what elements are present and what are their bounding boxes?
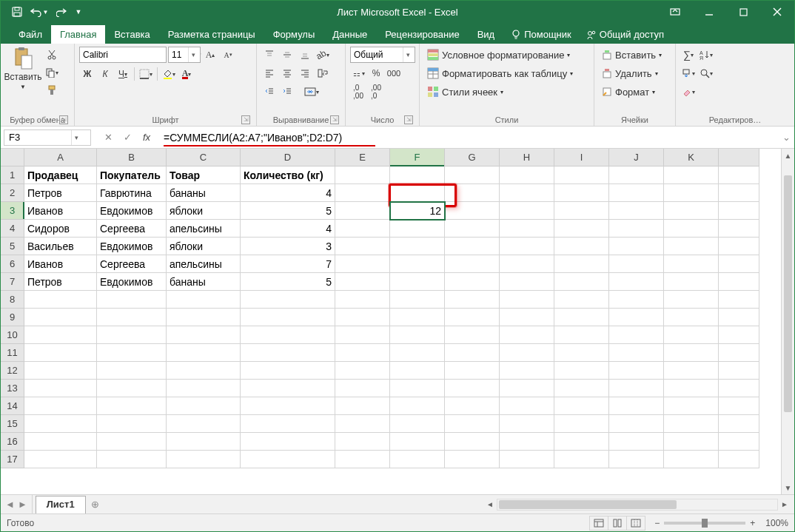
cell[interactable] xyxy=(609,291,664,309)
cell[interactable]: бананы xyxy=(167,184,241,202)
cell[interactable] xyxy=(554,397,609,415)
italic-button[interactable]: К xyxy=(97,66,113,82)
cell[interactable] xyxy=(241,380,335,397)
cell[interactable] xyxy=(24,344,97,362)
cell[interactable] xyxy=(719,238,759,255)
cell[interactable] xyxy=(390,166,445,184)
cell[interactable] xyxy=(97,291,167,309)
cell[interactable]: апельсины xyxy=(167,220,241,238)
cell[interactable] xyxy=(719,415,759,433)
cell[interactable] xyxy=(719,344,759,362)
cell[interactable] xyxy=(390,433,445,451)
cell[interactable] xyxy=(445,380,500,397)
font-name-combo[interactable]: ▾ xyxy=(79,47,167,63)
font-color-button[interactable]: A▾ xyxy=(178,66,195,82)
vertical-scrollbar[interactable]: ▲ ▼ xyxy=(781,149,794,494)
wrap-text-button[interactable] xyxy=(315,65,331,81)
align-right-button[interactable] xyxy=(297,65,313,81)
cell[interactable] xyxy=(335,380,390,397)
cell[interactable] xyxy=(167,397,241,415)
number-format-input[interactable] xyxy=(351,50,403,60)
cell[interactable] xyxy=(241,415,335,433)
name-box-input[interactable] xyxy=(4,132,71,143)
row-header[interactable]: 16 xyxy=(1,433,24,451)
fill-button[interactable]: ▾ xyxy=(680,65,697,81)
cell[interactable] xyxy=(719,220,759,238)
cell[interactable]: бананы xyxy=(167,273,241,291)
formula-input[interactable] xyxy=(161,132,775,144)
cell[interactable] xyxy=(500,433,554,451)
cell[interactable] xyxy=(24,451,97,468)
cell[interactable] xyxy=(664,238,719,255)
cell[interactable] xyxy=(335,291,390,309)
number-dialog-launcher[interactable]: ⇲ xyxy=(404,115,413,124)
cell[interactable] xyxy=(445,255,500,273)
cell[interactable] xyxy=(335,309,390,326)
cell[interactable] xyxy=(335,184,390,202)
orientation-button[interactable]: ab▾ xyxy=(315,47,331,63)
fill-color-button[interactable]: ▾ xyxy=(161,66,177,82)
cell[interactable] xyxy=(24,433,97,451)
cell[interactable]: Васильев xyxy=(24,238,97,255)
cell[interactable] xyxy=(609,344,664,362)
cell[interactable] xyxy=(97,326,167,344)
cell[interactable] xyxy=(445,309,500,326)
cell[interactable] xyxy=(97,397,167,415)
cell[interactable] xyxy=(335,397,390,415)
format-cells-button[interactable]: Формат▾ xyxy=(599,84,665,100)
cell[interactable] xyxy=(24,362,97,380)
cell[interactable] xyxy=(609,326,664,344)
cell[interactable] xyxy=(97,380,167,397)
cell[interactable] xyxy=(241,309,335,326)
cell[interactable]: Продавец xyxy=(24,166,97,184)
underline-button[interactable]: Ч▾ xyxy=(115,66,131,82)
cut-button[interactable] xyxy=(44,47,60,63)
cell[interactable]: Петров xyxy=(24,184,97,202)
row-header[interactable]: 13 xyxy=(1,380,24,397)
cell[interactable] xyxy=(335,202,390,220)
redo-button[interactable] xyxy=(51,1,72,22)
column-header[interactable]: E xyxy=(335,149,390,166)
vertical-scroll-thumb[interactable] xyxy=(784,175,792,412)
cell[interactable] xyxy=(500,255,554,273)
insert-cells-button[interactable]: Вставить▾ xyxy=(599,47,665,63)
enter-formula-button[interactable]: ✓ xyxy=(118,129,137,146)
cell[interactable] xyxy=(664,344,719,362)
cell[interactable] xyxy=(554,380,609,397)
cell[interactable] xyxy=(390,451,445,468)
paste-button[interactable]: Вставить ▼ xyxy=(5,47,41,90)
cell[interactable] xyxy=(241,451,335,468)
column-header[interactable]: A xyxy=(24,149,97,166)
cell[interactable] xyxy=(390,273,445,291)
row-header[interactable]: 1 xyxy=(1,166,24,184)
cell[interactable] xyxy=(609,166,664,184)
tab-data[interactable]: Данные xyxy=(323,25,376,44)
cell[interactable] xyxy=(500,309,554,326)
minimize-button[interactable] xyxy=(692,1,726,23)
alignment-dialog-launcher[interactable]: ⇲ xyxy=(330,115,339,124)
cell[interactable]: 12 xyxy=(390,202,445,220)
column-header[interactable]: H xyxy=(500,149,554,166)
horizontal-scrollbar[interactable]: ◄ ► xyxy=(105,495,794,514)
cell[interactable]: яблоки xyxy=(167,202,241,220)
cell[interactable] xyxy=(664,291,719,309)
column-header[interactable] xyxy=(719,149,759,166)
cell[interactable] xyxy=(500,273,554,291)
cell[interactable] xyxy=(445,220,500,238)
tab-page-layout[interactable]: Разметка страницы xyxy=(159,25,264,44)
cell[interactable] xyxy=(335,220,390,238)
cell[interactable] xyxy=(500,380,554,397)
cell[interactable] xyxy=(719,397,759,415)
name-box[interactable]: ▾ xyxy=(4,129,91,146)
cell[interactable] xyxy=(554,273,609,291)
cell[interactable]: Товар xyxy=(167,166,241,184)
cell[interactable] xyxy=(664,202,719,220)
column-header[interactable]: J xyxy=(609,149,664,166)
cell[interactable]: апельсины xyxy=(167,255,241,273)
cell[interactable] xyxy=(500,291,554,309)
cell[interactable] xyxy=(167,380,241,397)
cell[interactable] xyxy=(500,220,554,238)
row-header[interactable]: 12 xyxy=(1,362,24,380)
zoom-out-button[interactable]: − xyxy=(654,518,660,528)
cell[interactable] xyxy=(609,309,664,326)
